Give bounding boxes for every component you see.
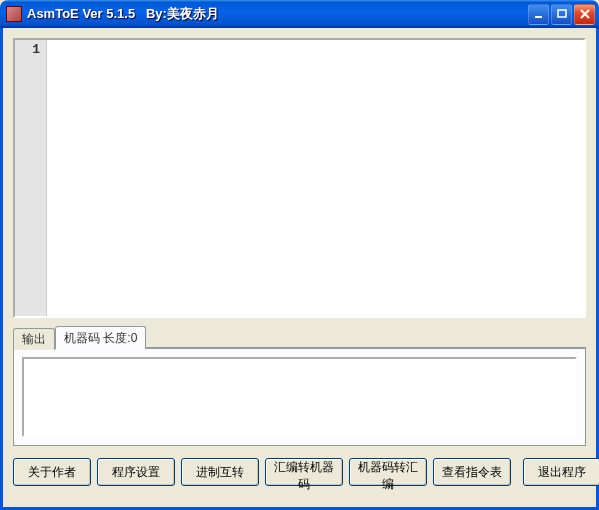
button-row: 关于作者 程序设置 进制互转 汇编转机器码 机器码转汇编 查看指令表 退出程序 (13, 458, 586, 486)
editor-content[interactable] (47, 40, 584, 316)
exit-button[interactable]: 退出程序 (523, 458, 599, 486)
asm-to-mc-button[interactable]: 汇编转机器码 (265, 458, 343, 486)
mc-to-asm-button[interactable]: 机器码转汇编 (349, 458, 427, 486)
instruction-table-button[interactable]: 查看指令表 (433, 458, 511, 486)
tab-output[interactable]: 输出 (13, 328, 55, 350)
client-area: 1 输出 机器码 长度:0 关于作者 程序设置 进制互转 汇编转机器码 机器码转… (0, 28, 599, 510)
tab-strip: 输出 机器码 长度:0 (13, 328, 586, 348)
svg-rect-1 (558, 10, 566, 17)
maximize-button[interactable] (551, 4, 572, 25)
tab-machinecode[interactable]: 机器码 长度:0 (55, 326, 146, 349)
line-number: 1 (15, 42, 40, 57)
close-icon (579, 8, 591, 20)
about-button[interactable]: 关于作者 (13, 458, 91, 486)
settings-button[interactable]: 程序设置 (97, 458, 175, 486)
code-editor[interactable]: 1 (13, 38, 586, 318)
line-gutter: 1 (15, 40, 47, 316)
close-button[interactable] (574, 4, 595, 25)
svg-rect-0 (535, 16, 542, 18)
output-textbox[interactable] (22, 357, 577, 437)
window-controls (528, 4, 595, 25)
radix-convert-button[interactable]: 进制互转 (181, 458, 259, 486)
minimize-icon (533, 8, 545, 20)
window-title: AsmToE Ver 5.1.5 By:美夜赤月 (27, 5, 528, 23)
tab-pane (13, 348, 586, 446)
app-icon (6, 6, 22, 22)
titlebar: AsmToE Ver 5.1.5 By:美夜赤月 (0, 0, 599, 28)
maximize-icon (556, 8, 568, 20)
minimize-button[interactable] (528, 4, 549, 25)
